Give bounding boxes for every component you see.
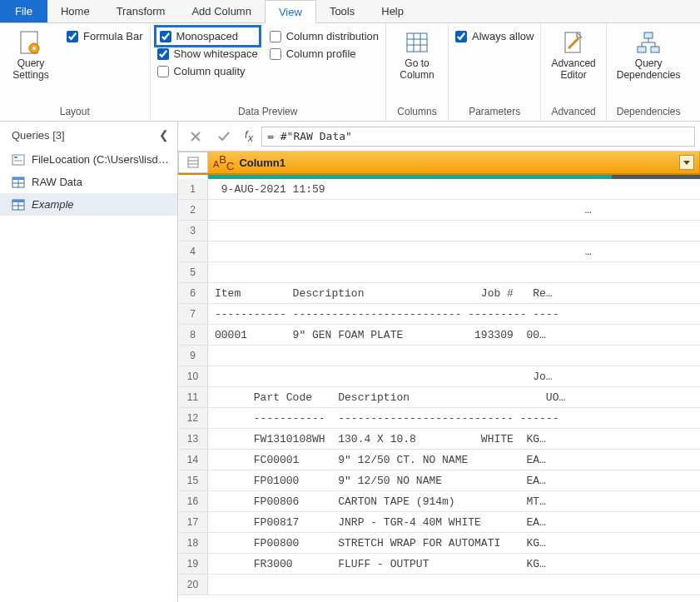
column-distribution-checkbox[interactable]: Column distribution (270, 30, 379, 42)
row-number: 17 (178, 512, 208, 532)
cell[interactable]: FW1310108WH 130.4 X 10.8 WHITE KG… (208, 433, 700, 445)
table-row[interactable]: 9 (178, 346, 700, 366)
cell[interactable]: FP00817 JNRP - TGR-4 40M WHITE EA… (208, 516, 700, 529)
tab-tools[interactable]: Tools (316, 0, 368, 22)
parameter-icon (12, 154, 25, 166)
queries-item[interactable]: Example (0, 193, 177, 216)
row-number: 1 (178, 179, 208, 199)
data-grid: ABC Column1 1 9-AUG-2021 11:592 …34 (178, 152, 700, 602)
table-row[interactable]: 6Item Description Job # Re… (178, 283, 700, 304)
query-settings-label: Query Settings (12, 58, 48, 82)
column-filter-dropdown[interactable] (679, 155, 694, 170)
svg-rect-20 (12, 200, 24, 202)
dependencies-icon (635, 30, 662, 57)
cell[interactable]: FC00001 9" 12/50 CT. NO NAME EA… (208, 454, 700, 466)
formula-bar-checkbox[interactable]: Formula Bar (67, 30, 143, 42)
svg-rect-10 (638, 47, 646, 52)
column-quality-label: Column quality (174, 65, 246, 77)
table-row[interactable]: 13 FW1310108WH 130.4 X 10.8 WHITE KG… (178, 429, 700, 450)
cell[interactable]: FP01000 9" 12/50 NO NAME EA… (208, 475, 700, 487)
always-allow-check-input[interactable] (455, 31, 467, 42)
table-row[interactable]: 3 (178, 221, 700, 241)
column-profile-label: Column profile (286, 47, 356, 60)
tab-file[interactable]: File (0, 0, 47, 22)
table-row[interactable]: 20 (178, 575, 700, 595)
table-row[interactable]: 800001 9" GEN FOAM PLATE 193309 00… (178, 325, 700, 346)
svg-rect-11 (651, 47, 659, 52)
show-whitespace-check-input[interactable] (157, 48, 169, 60)
row-number: 18 (178, 533, 208, 553)
cell[interactable]: 00001 9" GEN FOAM PLATE 193309 00… (208, 329, 700, 341)
monospaced-checkbox[interactable]: Monospaced (160, 30, 252, 42)
formula-bar-label: Formula Bar (83, 30, 143, 42)
cancel-formula-button[interactable] (183, 126, 208, 147)
tab-add-column[interactable]: Add Column (178, 0, 265, 22)
monospaced-check-input[interactable] (160, 31, 171, 42)
svg-rect-3 (407, 33, 427, 52)
row-number: 14 (178, 450, 208, 470)
goto-column-button[interactable]: Go to Column (393, 27, 441, 82)
cell[interactable]: Jo… (208, 371, 700, 383)
menu-tabs: File Home Transform Add Column View Tool… (0, 0, 700, 23)
row-number: 19 (178, 554, 208, 574)
table-row[interactable]: 18 FP00800 STRETCH WRAP FOR AUTOMATI KG… (178, 533, 700, 554)
cell[interactable]: FR3000 FLUFF - OUTPUT KG… (208, 558, 700, 570)
formula-input[interactable] (261, 127, 695, 147)
queries-item[interactable]: RAW Data (0, 171, 177, 193)
column-header-column1[interactable]: ABC Column1 (208, 152, 700, 173)
cell[interactable]: Item Description Job # Re… (208, 287, 700, 300)
cell[interactable]: ----------- --------------------------- … (208, 412, 700, 425)
table-row[interactable]: 15 FP01000 9" 12/50 NO NAME EA… (178, 470, 700, 491)
table-row[interactable]: 7----------- -------------------------- … (178, 304, 700, 325)
svg-rect-9 (644, 32, 653, 38)
table-row[interactable]: 17 FP00817 JNRP - TGR-4 40M WHITE EA… (178, 512, 700, 533)
column-header-row: ABC Column1 (178, 152, 700, 175)
show-whitespace-checkbox[interactable]: Show whitespace (157, 47, 258, 60)
column-profile-checkbox[interactable]: Column profile (270, 47, 379, 60)
table-row[interactable]: 16 FP00806 CARTON TAPE (914m) MT… (178, 491, 700, 512)
cell[interactable]: … (208, 204, 700, 216)
cell[interactable]: FP00806 CARTON TAPE (914m) MT… (208, 495, 700, 508)
show-whitespace-label: Show whitespace (174, 47, 258, 60)
tab-view[interactable]: View (265, 0, 316, 23)
dependencies-group-label: Dependencies (613, 104, 684, 119)
table-row[interactable]: 1 9-AUG-2021 11:59 (178, 179, 700, 200)
row-number: 20 (178, 575, 208, 595)
table-row[interactable]: 14 FC00001 9" 12/50 CT. NO NAME EA… (178, 450, 700, 470)
collapse-queries-button[interactable]: ❮ (159, 128, 169, 142)
monospaced-highlight: Monospaced (154, 25, 261, 47)
commit-formula-button[interactable] (211, 126, 236, 147)
cell[interactable]: … (208, 246, 700, 258)
data-preview-group-label: Data Preview (157, 104, 379, 119)
cell[interactable]: ----------- -------------------------- -… (208, 308, 700, 321)
tab-home[interactable]: Home (47, 0, 103, 22)
cell[interactable]: FP00800 STRETCH WRAP FOR AUTOMATI KG… (208, 537, 700, 550)
column-profile-check-input[interactable] (270, 48, 281, 60)
column-quality-bar (178, 175, 700, 179)
table-row[interactable]: 10 Jo… (178, 366, 700, 387)
fx-icon: fx (240, 128, 258, 144)
column-quality-check-input[interactable] (157, 66, 169, 77)
column-distribution-check-input[interactable] (270, 31, 281, 42)
table-row[interactable]: 2 … (178, 200, 700, 221)
select-all-corner[interactable] (178, 152, 208, 173)
table-row[interactable]: 12 ----------- -------------------------… (178, 408, 700, 429)
table-icon (12, 177, 25, 188)
row-number: 5 (178, 262, 208, 282)
query-dependencies-button[interactable]: Query Dependencies (613, 27, 684, 82)
table-row[interactable]: 11 Part Code Description UO… (178, 387, 700, 408)
table-row[interactable]: 5 (178, 262, 700, 283)
query-settings-button[interactable]: Query Settings (7, 27, 55, 82)
table-row[interactable]: 19 FR3000 FLUFF - OUTPUT KG… (178, 554, 700, 575)
formula-bar-check-input[interactable] (67, 31, 78, 42)
cell[interactable]: Part Code Description UO… (208, 391, 700, 404)
queries-list: FileLocation (C:\Users\lisde…RAW DataExa… (0, 148, 177, 602)
tab-transform[interactable]: Transform (103, 0, 179, 22)
always-allow-checkbox[interactable]: Always allow (455, 30, 534, 42)
advanced-editor-button[interactable]: Advanced Editor (548, 27, 598, 82)
cell[interactable]: 9-AUG-2021 11:59 (208, 183, 700, 196)
tab-help[interactable]: Help (368, 0, 417, 22)
queries-item[interactable]: FileLocation (C:\Users\lisde… (0, 148, 177, 171)
table-row[interactable]: 4 … (178, 241, 700, 262)
column-quality-checkbox[interactable]: Column quality (157, 65, 258, 77)
